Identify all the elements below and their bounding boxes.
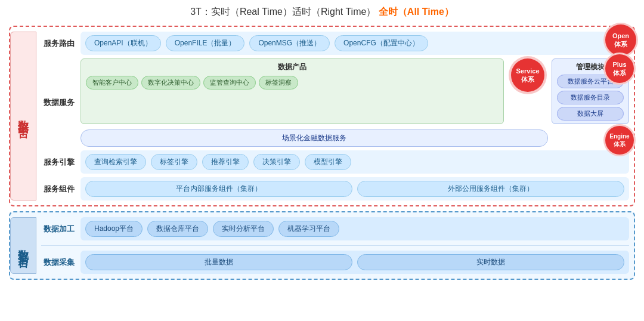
data-collection-content: 批量数据 实时数据 bbox=[80, 251, 629, 274]
service-badge: Service 体系 bbox=[511, 58, 544, 92]
chip-internal-component: 平台内部服务组件（集群） bbox=[85, 181, 352, 197]
finance-service-block: 场景化金融数据服务 bbox=[80, 129, 548, 147]
engine-row: 服务引擎 查询检索引擎 标签引擎 推荐引擎 决策引擎 模型引擎 bbox=[41, 150, 629, 174]
houtai-section: 数据后台 数据加工 Hadoop平台 数据仓库平台 实时分析平台 机器学习平台 … bbox=[9, 211, 635, 280]
plus-badge: Plus 体系 bbox=[605, 54, 634, 83]
title-prefix: 3T：实时（Real Time）适时（Right Time） bbox=[190, 7, 376, 17]
chip-decision-engine: 决策引擎 bbox=[253, 154, 300, 170]
houtai-inner: 数据加工 Hadoop平台 数据仓库平台 实时分析平台 机器学习平台 数据采集 … bbox=[36, 217, 629, 274]
service-routing-row: 服务路由 OpenAPI（联机） OpenFILE（批量） OpenMSG（推送… bbox=[41, 32, 629, 55]
data-processing-content: Hadoop平台 数据仓库平台 实时分析平台 机器学习平台 bbox=[80, 217, 629, 240]
data-collection-label: 数据采集 bbox=[41, 251, 77, 274]
chip-tag-insight: 标签洞察 bbox=[259, 76, 298, 89]
data-service-label: 数据服务 bbox=[41, 58, 77, 147]
open-badge: Open 体系 bbox=[605, 24, 636, 55]
chip-smart-customer: 智能客户中心 bbox=[86, 76, 138, 89]
component-content: 平台内部服务组件（集群） 外部公用服务组件（集群） bbox=[80, 177, 629, 200]
component-row: 服务组件 平台内部服务组件（集群） 外部公用服务组件（集群） bbox=[41, 177, 629, 200]
zhongtai-section: 数据中台 Open 体系 Plus 体系 Engine 体系 bbox=[9, 26, 635, 206]
chip-realtime-analysis: 实时分析平台 bbox=[213, 221, 274, 237]
page-wrapper: 3T：实时（Real Time）适时（Right Time） 全时（All Ti… bbox=[0, 0, 644, 286]
chip-tag-engine: 标签引擎 bbox=[151, 154, 197, 170]
chip-hadoop: Hadoop平台 bbox=[85, 221, 143, 237]
chip-batch-data: 批量数据 bbox=[85, 254, 352, 270]
data-products-block: 数据产品 智能客户中心 数字化决策中心 监管查询中心 标签洞察 bbox=[80, 58, 504, 124]
chip-openmsg: OpenMSG（推送） bbox=[249, 35, 330, 51]
houtai-label: 数据后台 bbox=[10, 217, 36, 274]
data-collection-row: 数据采集 批量数据 实时数据 bbox=[41, 251, 629, 274]
mgmt-chip-screen: 数据大屏 bbox=[557, 107, 624, 121]
data-products-chips: 智能客户中心 数字化决策中心 监管查询中心 标签洞察 bbox=[86, 76, 499, 89]
engine-content: 查询检索引擎 标签引擎 推荐引擎 决策引擎 模型引擎 bbox=[80, 150, 629, 174]
data-products-title: 数据产品 bbox=[86, 62, 499, 72]
chip-openfile: OpenFILE（批量） bbox=[166, 35, 245, 51]
chip-external-component: 外部公用服务组件（集群） bbox=[357, 181, 624, 197]
chip-realtime-data: 实时数据 bbox=[357, 254, 624, 270]
title-highlight: 全时（All Time） bbox=[379, 7, 454, 17]
chip-data-warehouse: 数据仓库平台 bbox=[147, 221, 208, 237]
zhongtai-label: 数据中台 bbox=[10, 32, 36, 200]
chip-query-engine: 查询检索引擎 bbox=[85, 154, 146, 170]
title-bar: 3T：实时（Real Time）适时（Right Time） 全时（All Ti… bbox=[9, 6, 635, 18]
data-processing-row: 数据加工 Hadoop平台 数据仓库平台 实时分析平台 机器学习平台 bbox=[41, 217, 629, 240]
main-content: 数据中台 Open 体系 Plus 体系 Engine 体系 bbox=[9, 26, 635, 280]
chip-supervision-query: 监管查询中心 bbox=[203, 76, 256, 89]
chip-digital-decision: 数字化决策中心 bbox=[141, 76, 200, 89]
chip-recommend-engine: 推荐引擎 bbox=[202, 154, 249, 170]
engine-badge: Engine 体系 bbox=[605, 126, 634, 155]
engine-label: 服务引擎 bbox=[41, 150, 77, 174]
service-routing-content: OpenAPI（联机） OpenFILE（批量） OpenMSG（推送） Ope… bbox=[80, 32, 629, 55]
chip-ml-platform: 机器学习平台 bbox=[278, 221, 339, 237]
chip-opencfg: OpenCFG（配置中心） bbox=[335, 35, 428, 51]
chip-model-engine: 模型引擎 bbox=[305, 154, 351, 170]
houtai-divider bbox=[41, 245, 629, 246]
component-label: 服务组件 bbox=[41, 177, 77, 200]
mgmt-chip-catalog: 数据服务目录 bbox=[557, 91, 624, 104]
service-routing-label: 服务路由 bbox=[41, 32, 77, 55]
data-processing-label: 数据加工 bbox=[41, 217, 77, 240]
zhongtai-inner: Open 体系 Plus 体系 Engine 体系 服务路由 Op bbox=[36, 32, 629, 200]
data-service-row: 数据服务 数据产品 智能客户中心 数字化决策中心 监管查询中心 标签洞察 bbox=[41, 58, 629, 147]
chip-openapi: OpenAPI（联机） bbox=[85, 35, 161, 51]
